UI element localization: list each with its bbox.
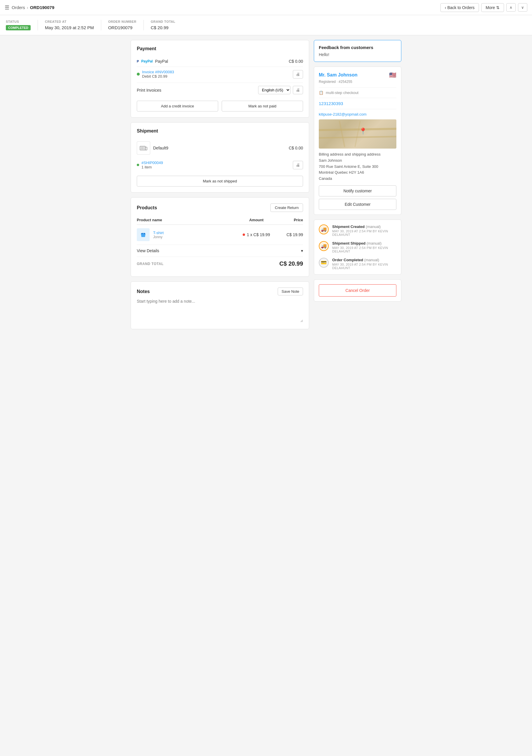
view-details-label: View Details [137,248,159,253]
shipment-default-amount: C$ 0.00 [289,146,303,150]
timeline-meta-1: MAY 30, 2019 AT 2:54 PM BY KEVIN DELAHUN… [332,230,396,236]
timeline-meta-2: MAY 30, 2019 AT 2:54 PM BY KEVIN DELAHUN… [332,246,396,253]
breadcrumb: Orders › ORD190079 [12,5,54,10]
address-street: 700 Rue Saint Antoine E, Suite 300 [319,164,396,170]
paypal-text-icon: PayPal [141,59,153,63]
right-column: Feedback from customers Hello! Mr. Sam J… [314,40,401,329]
products-card: Products Create Return Product name Amou… [131,197,309,277]
product-name-cell: T-shirt Jonny [137,228,239,241]
timeline-content-3: Order Completed (manual) MAY 30, 2019 AT… [332,258,396,270]
language-select[interactable]: English (US) [258,86,291,94]
timeline-manual-3: (manual) [364,258,379,262]
customer-sub: Registered · #254255 [319,80,396,84]
print-button[interactable]: 🖨 [293,86,303,94]
print-invoice-button[interactable]: 🖨 [293,70,303,78]
grand-total-label: GRAND TOTAL [137,262,164,266]
invoice-type: Debit [142,74,151,78]
address-city: Montréal Quebec H2Y 1A6 [319,170,396,176]
product-status-dot [243,233,245,236]
customer-header: Mr. Sam Johnson 🇺🇸 [319,71,396,78]
mark-not-shipped-button[interactable]: Mark as not shipped [137,176,303,186]
timeline-content-1: Shipment Created (manual) MAY 30, 2019 A… [332,225,396,236]
header-right: ‹ Back to Orders More ⇅ ∧ ∨ [441,3,527,12]
breadcrumb-orders[interactable]: Orders [12,5,25,10]
more-label: More [486,5,495,10]
notify-customer-button[interactable]: Notify customer [319,185,396,197]
svg-rect-1 [140,147,145,149]
customer-card: Mr. Sam Johnson 🇺🇸 Registered · #254255 … [314,67,401,215]
shipment-status-dot [137,164,139,166]
cancel-order-button[interactable]: Cancel Order [319,284,396,297]
shipment-icon [137,141,150,155]
timeline-card: 🚚 Shipment Created (manual) MAY 30, 2019… [314,220,401,275]
save-note-button[interactable]: Save Note [278,287,303,295]
payment-card: Payment P PayPal PayPal C$ 0.00 Invoice … [131,40,309,118]
notes-textarea[interactable] [137,299,303,322]
product-name-link[interactable]: T-shirt [153,230,164,235]
paypal-label: PayPal [155,59,168,64]
feedback-title: Feedback from customers [319,45,396,50]
nav-up-button[interactable]: ∧ [506,3,516,12]
notes-title: Notes [137,289,150,294]
timeline-title-1: Shipment Created (manual) [332,225,396,229]
shipment-link[interactable]: #SHIP00049 [141,161,163,165]
customer-phone[interactable]: 1231230393 [319,101,396,106]
header: ☰ Orders › ORD190079 ‹ Back to Orders Mo… [0,0,532,15]
timeline-item-2: 🚚 Shipment Shipped (manual) MAY 30, 2019… [319,241,396,253]
status-bar: STATUS COMPLETED CREATED AT May 30, 2019… [0,15,532,35]
svg-line-8 [319,137,396,138]
address-name: Sam Johnson [319,158,396,164]
grand-total-row: GRAND TOTAL C$ 20.99 [137,257,303,271]
status-label: STATUS [6,20,31,23]
svg-line-7 [319,129,396,130]
add-credit-invoice-button[interactable]: Add a credit invoice [137,101,218,112]
grand-total-value: C$ 20.99 [279,260,303,267]
nav-down-button[interactable]: ∨ [518,3,527,12]
products-table-header: Product name Amount Price [137,215,303,225]
timeline-meta-3: MAY 30, 2019 AT 2:54 PM BY KEVIN DELAHUN… [332,263,396,270]
customer-flag: 🇺🇸 [389,71,396,78]
shipment-detail-row: #SHIP00049 1 item 🖨 [137,158,303,172]
feedback-text: Hello! [319,52,396,57]
customer-name[interactable]: Mr. Sam Johnson [319,72,357,78]
paypal-row: P PayPal PayPal C$ 0.00 [137,56,303,67]
print-right: English (US) 🖨 [258,86,303,94]
notes-card: Notes Save Note [131,282,309,329]
invoice-amount-value: C$ 20.99 [152,74,167,78]
paypal-icon: P [137,60,139,63]
status-item-created: CREATED AT May 30, 2019 at 2:52 PM [38,20,101,30]
timeline-item-1: 🚚 Shipment Created (manual) MAY 30, 2019… [319,225,396,236]
print-invoices-row: Print Invoices English (US) 🖨 [137,83,303,97]
payment-action-buttons: Add a credit invoice Mark as not paid [137,101,303,112]
customer-email[interactable]: kitipuse-2182@yopmail.com [319,112,396,117]
invoice-info: Invoice #INV00083 Debit C$ 20.99 [142,70,174,78]
create-return-button[interactable]: Create Return [270,203,303,212]
checkout-row: 📋 multi-step checkout [319,91,396,95]
checkout-label: multi-step checkout [326,91,359,95]
address-block: Billing address and shipping address Sam… [319,151,396,182]
print-invoices-label: Print Invoices [137,88,161,93]
back-label: Back to Orders [447,5,474,10]
created-value: May 30, 2019 at 2:52 PM [45,25,94,30]
breadcrumb-current: ORD190079 [30,5,54,10]
header-left: ☰ Orders › ORD190079 [5,4,54,11]
shipment-created-icon: 🚚 [319,225,329,234]
mark-not-paid-button[interactable]: Mark as not paid [222,101,303,112]
print-shipment-button[interactable]: 🖨 [293,161,303,169]
hamburger-icon[interactable]: ☰ [5,4,9,11]
edit-customer-button[interactable]: Edit Customer [319,199,396,210]
chevron-left-icon: ‹ [445,5,446,10]
shipment-default-name: Default9 [153,146,168,150]
shipment-card: Shipment Default9 C$ 0.00 [131,122,309,193]
invoice-link[interactable]: Invoice #INV00083 [142,70,174,74]
shipment-shipped-icon: 🚚 [319,241,329,251]
timeline-title-2: Shipment Shipped (manual) [332,241,396,246]
invoice-status-dot [137,73,140,76]
back-to-orders-button[interactable]: ‹ Back to Orders [441,3,479,12]
svg-point-5 [141,233,143,234]
view-details-row[interactable]: View Details ▾ [137,245,303,257]
divider-2 [319,98,396,98]
product-amount-cell: 1 x C$ 19.99 [239,232,274,237]
more-button[interactable]: More ⇅ [481,3,504,12]
products-title: Products [137,205,157,210]
